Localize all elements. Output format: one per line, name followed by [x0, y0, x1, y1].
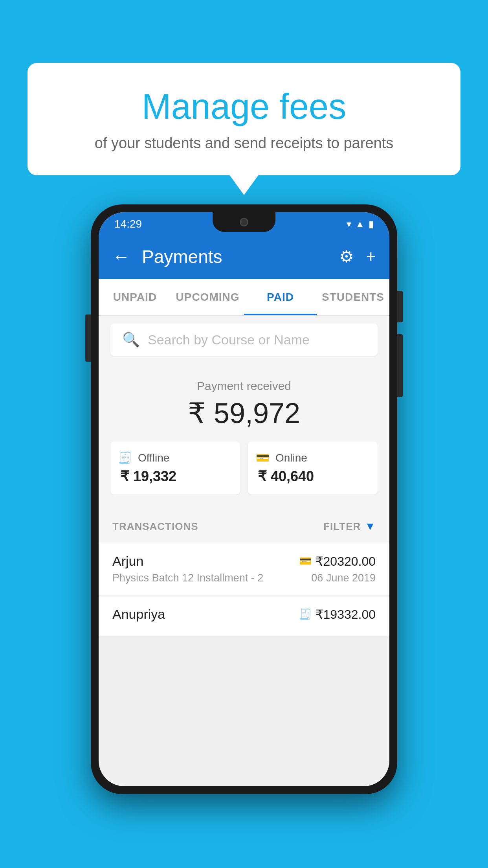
- app-bar-title: Payments: [142, 246, 327, 267]
- payment-label: Payment received: [110, 379, 378, 393]
- transaction-top: Arjun 💳 ₹20320.00: [112, 554, 376, 569]
- transaction-row[interactable]: Arjun 💳 ₹20320.00 Physics Batch 12 Insta…: [99, 542, 389, 596]
- transaction-top: Anupriya 🧾 ₹19332.00: [112, 607, 376, 622]
- power-button-bottom: [397, 334, 403, 397]
- offline-card: 🧾 Offline ₹ 19,332: [110, 441, 240, 495]
- search-bar[interactable]: 🔍 Search by Course or Name: [110, 324, 378, 356]
- app-bar: ← Payments ⚙ +: [99, 234, 389, 279]
- payment-cards: 🧾 Offline ₹ 19,332 💳 Online ₹ 40,640: [110, 441, 378, 495]
- payment-amount: ₹ 59,972: [110, 397, 378, 430]
- tab-upcoming[interactable]: UPCOMING: [171, 279, 244, 315]
- filter-section[interactable]: FILTER ▼: [323, 520, 376, 533]
- phone-container: 14:29 ▾ ▲ ▮ ← Payments ⚙ + UNPAID: [91, 204, 397, 794]
- phone-screen: 14:29 ▾ ▲ ▮ ← Payments ⚙ + UNPAID: [99, 212, 389, 786]
- transactions-label: TRANSACTIONS: [112, 520, 198, 533]
- offline-card-header: 🧾 Offline: [118, 451, 232, 464]
- bubble-subtitle: of your students and send receipts to pa…: [59, 135, 429, 152]
- transaction-amount: ₹20320.00: [316, 554, 376, 569]
- offline-label: Offline: [138, 452, 169, 464]
- signal-icon: ▲: [355, 219, 365, 230]
- transaction-amount: ₹19332.00: [316, 607, 376, 622]
- phone-notch: [213, 212, 275, 232]
- add-icon[interactable]: +: [366, 247, 376, 266]
- settings-icon[interactable]: ⚙: [339, 247, 354, 266]
- transaction-date: 06 June 2019: [311, 572, 376, 584]
- offline-icon: 🧾: [118, 451, 132, 464]
- offline-amount: ₹ 19,332: [118, 468, 232, 485]
- search-icon: 🔍: [122, 331, 140, 348]
- tab-unpaid[interactable]: UNPAID: [99, 279, 171, 315]
- online-card: 💳 Online ₹ 40,640: [248, 441, 378, 495]
- online-label: Online: [275, 452, 307, 464]
- camera: [240, 218, 248, 226]
- speech-bubble: Manage fees of your students and send re…: [28, 63, 460, 175]
- payment-section: Payment received ₹ 59,972 🧾 Offline ₹ 19…: [99, 364, 389, 510]
- wifi-icon: ▾: [347, 219, 351, 230]
- status-icons: ▾ ▲ ▮: [347, 219, 374, 230]
- status-time: 14:29: [114, 218, 142, 230]
- volume-button: [85, 314, 91, 362]
- power-button-top: [397, 291, 403, 322]
- tabs-container: UNPAID UPCOMING PAID STUDENTS: [99, 279, 389, 316]
- transactions-header: TRANSACTIONS FILTER ▼: [99, 510, 389, 542]
- filter-label: FILTER: [323, 520, 361, 533]
- transaction-row[interactable]: Anupriya 🧾 ₹19332.00: [99, 596, 389, 636]
- transaction-amount-section: 💳 ₹20320.00: [299, 554, 376, 569]
- tab-paid[interactable]: PAID: [244, 279, 317, 315]
- tab-students[interactable]: STUDENTS: [317, 279, 389, 315]
- online-amount: ₹ 40,640: [256, 468, 370, 485]
- transaction-bottom: Physics Batch 12 Installment - 2 06 June…: [112, 572, 376, 584]
- back-button[interactable]: ←: [112, 248, 130, 265]
- transaction-amount-section: 🧾 ₹19332.00: [299, 607, 376, 622]
- search-placeholder: Search by Course or Name: [148, 332, 310, 348]
- transaction-name: Anupriya: [112, 607, 165, 622]
- transaction-payment-icon: 🧾: [299, 608, 312, 620]
- online-card-header: 💳 Online: [256, 451, 370, 464]
- speech-bubble-container: Manage fees of your students and send re…: [28, 63, 460, 175]
- search-container: 🔍 Search by Course or Name: [99, 316, 389, 364]
- transaction-name: Arjun: [112, 554, 143, 569]
- transaction-course: Physics Batch 12 Installment - 2: [112, 572, 263, 584]
- phone-outer: 14:29 ▾ ▲ ▮ ← Payments ⚙ + UNPAID: [91, 204, 397, 794]
- battery-icon: ▮: [369, 219, 374, 230]
- app-bar-actions: ⚙ +: [339, 247, 376, 266]
- filter-icon: ▼: [365, 520, 376, 533]
- bubble-title: Manage fees: [59, 86, 429, 127]
- online-icon: 💳: [256, 451, 270, 464]
- transaction-payment-icon: 💳: [299, 555, 312, 567]
